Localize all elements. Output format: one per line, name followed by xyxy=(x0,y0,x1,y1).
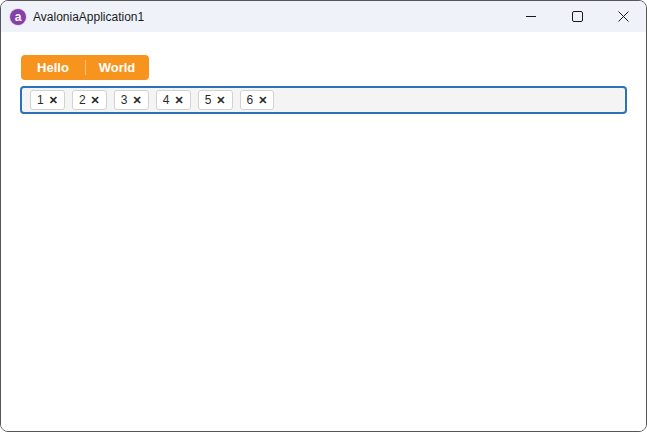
minimize-button[interactable] xyxy=(508,1,554,32)
chip-close-icon[interactable]: ✕ xyxy=(258,95,267,106)
chip-3[interactable]: 3 ✕ xyxy=(114,90,149,110)
chip-4[interactable]: 4 ✕ xyxy=(156,90,191,110)
avalonia-logo-icon: a xyxy=(10,9,26,25)
tab-strip: Hello World xyxy=(21,55,149,80)
app-window: a AvaloniaApplication1 Hello World xyxy=(0,0,647,432)
chip-close-icon[interactable]: ✕ xyxy=(91,95,100,106)
caption-buttons xyxy=(508,1,646,32)
chip-label: 3 xyxy=(121,93,128,107)
chip-2[interactable]: 2 ✕ xyxy=(72,90,107,110)
chip-label: 1 xyxy=(37,93,44,107)
close-button[interactable] xyxy=(600,1,646,32)
minimize-icon xyxy=(526,16,536,17)
maximize-icon xyxy=(572,11,583,22)
chip-label: 4 xyxy=(163,93,170,107)
chip-label: 2 xyxy=(79,93,86,107)
chip-close-icon[interactable]: ✕ xyxy=(133,95,142,106)
chip-6[interactable]: 6 ✕ xyxy=(240,90,275,110)
chip-5[interactable]: 5 ✕ xyxy=(198,90,233,110)
client-area: Hello World 1 ✕ 2 ✕ 3 ✕ 4 ✕ 5 ✕ xyxy=(1,32,646,431)
maximize-button[interactable] xyxy=(554,1,600,32)
window-title: AvaloniaApplication1 xyxy=(33,10,144,24)
title-bar[interactable]: a AvaloniaApplication1 xyxy=(1,1,646,32)
chip-close-icon[interactable]: ✕ xyxy=(174,95,183,106)
close-icon xyxy=(618,11,629,22)
chip-close-icon[interactable]: ✕ xyxy=(49,95,58,106)
chip-label: 6 xyxy=(247,93,254,107)
tab-hello[interactable]: Hello xyxy=(21,55,85,80)
tab-world[interactable]: World xyxy=(85,55,149,80)
chip-close-icon[interactable]: ✕ xyxy=(216,95,225,106)
chip-label: 5 xyxy=(205,93,212,107)
chip-input[interactable]: 1 ✕ 2 ✕ 3 ✕ 4 ✕ 5 ✕ 6 ✕ xyxy=(20,86,627,114)
chip-1[interactable]: 1 ✕ xyxy=(30,90,65,110)
